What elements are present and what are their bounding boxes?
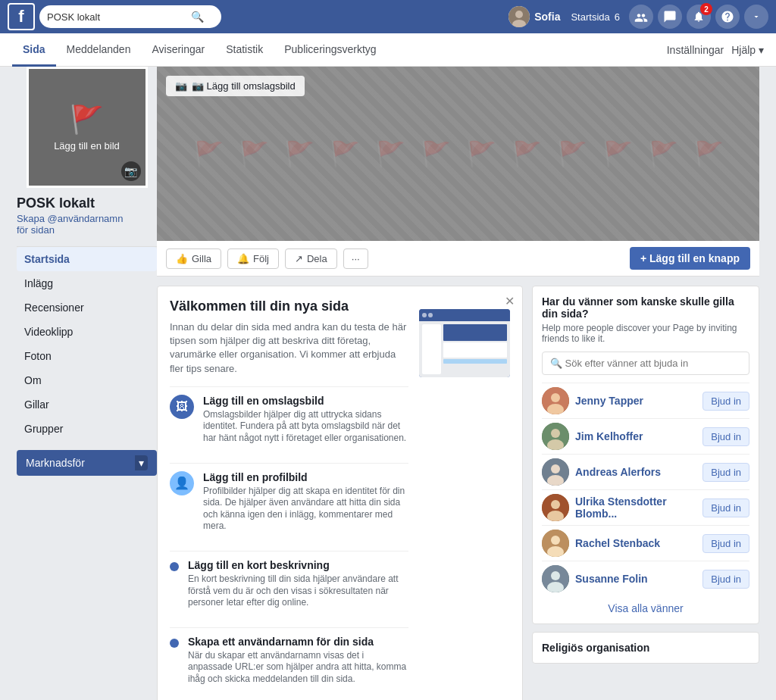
close-welcome-button[interactable]: ✕	[505, 294, 515, 308]
share-label: Dela	[307, 253, 327, 264]
friend-avatar-jim	[542, 423, 569, 450]
sidebar: 🚩 Lägg till en bild 📷 POSK lokalt Skapa …	[17, 67, 157, 700]
watermark-9: 🚩	[557, 139, 587, 168]
watermark-11: 🚩	[648, 139, 678, 168]
svg-point-19	[551, 571, 560, 580]
tip-profile-title: Lägg till en profilbild	[203, 471, 408, 483]
watermark-5: 🚩	[375, 139, 405, 168]
preview-topbar	[419, 309, 510, 321]
tip-profile-text: Lägg till en profilbild Profilbilder hjä…	[203, 471, 408, 543]
search-button[interactable]: 🔍	[191, 11, 204, 23]
tip-username-title: Skapa ett användarnamn för din sida	[188, 636, 408, 648]
hjalp-button[interactable]: Hjälp ▾	[731, 44, 764, 56]
svg-point-4	[551, 393, 560, 402]
search-bar[interactable]: 🔍	[39, 5, 221, 28]
watermark-12: 🚩	[693, 139, 724, 168]
friend-avatar-rachel	[542, 530, 569, 557]
svg-point-1	[515, 11, 523, 18]
notifications-icon-btn[interactable]: 2	[687, 5, 711, 29]
main-column: Välkommen till din nya sida Innan du del…	[157, 286, 523, 700]
view-all-friends-link[interactable]: Visa alla vänner	[542, 596, 749, 614]
friend-avatar-susanne	[542, 565, 569, 592]
friend-row-jenny: Jenny Tapper Bjud in	[542, 383, 749, 418]
flag-watermark: 🚩	[70, 104, 104, 136]
org-label: Religiös organisation	[542, 642, 749, 654]
tip-cover-description: Omslagsbilder hjälper dig att uttrycka s…	[203, 409, 408, 445]
svg-point-13	[551, 500, 560, 509]
preview-sidebar	[422, 324, 441, 374]
facebook-logo[interactable]: f	[8, 3, 35, 30]
friend-avatar-ulrika	[542, 494, 569, 521]
invite-title: Har du vänner som kanske skulle gilla di…	[542, 295, 749, 320]
friend-row-andreas: Andreas Alerfors Bjud in	[542, 454, 749, 489]
tip-cover-icon: 🖼	[170, 395, 194, 419]
tab-aviseringar[interactable]: Aviseringar	[141, 34, 215, 67]
page-username[interactable]: Skapa @användarnamn för sidan	[17, 213, 157, 243]
right-column: Har du vänner som kanske skulle gilla di…	[532, 286, 759, 700]
invite-button-jenny[interactable]: Bjud in	[702, 392, 749, 411]
tab-publiceringsverktyg[interactable]: Publiceringsverktyg	[274, 34, 386, 67]
watermark-1: 🚩	[193, 139, 224, 168]
invite-button-susanne[interactable]: Bjud in	[702, 570, 749, 589]
tip-cover-text: Lägg till en omslagsbild Omslagsbilder h…	[203, 395, 408, 455]
profile-picture-area[interactable]: 🚩 Lägg till en bild 📷	[27, 67, 148, 188]
messages-icon-btn[interactable]	[658, 5, 682, 29]
sidebar-item-grupper[interactable]: Grupper	[17, 417, 157, 441]
more-options-button[interactable]: ···	[343, 248, 368, 269]
friend-avatar-jenny	[542, 387, 569, 414]
watermark-3: 🚩	[284, 139, 314, 168]
friends-list: Jenny Tapper Bjud in Jim Kelhoffer Bjud …	[542, 383, 749, 596]
friends-icon-btn[interactable]	[629, 5, 653, 29]
tip-username-text: Skapa ett användarnamn för din sida När …	[188, 636, 408, 696]
invite-button-rachel[interactable]: Bjud in	[702, 534, 749, 553]
welcome-card: Välkommen till din nya sida Innan du del…	[157, 286, 523, 700]
watermark-7: 🚩	[466, 139, 496, 168]
content-area: 🚩 🚩 🚩 🚩 🚩 🚩 🚩 🚩 🚩 🚩 🚩 🚩 📷 📷 Lägg till om…	[157, 67, 759, 700]
follow-button[interactable]: 🔔 Följ	[227, 248, 279, 269]
camera-icon-cover: 📷	[175, 80, 187, 92]
sidebar-item-foton[interactable]: Foton	[17, 344, 157, 368]
invite-search-input[interactable]	[542, 352, 749, 375]
friend-name-jenny: Jenny Tapper	[575, 395, 696, 407]
friend-avatar-andreas	[542, 458, 569, 486]
search-input[interactable]	[47, 11, 191, 23]
sidebar-item-startsida[interactable]: Startsida	[17, 247, 157, 271]
invite-button-jim[interactable]: Bjud in	[702, 427, 749, 446]
add-button-cta[interactable]: + Lägg till en knapp	[630, 247, 750, 270]
tab-sida[interactable]: Sida	[12, 34, 56, 67]
watermark-4: 🚩	[330, 139, 360, 168]
share-button[interactable]: ↗ Dela	[285, 248, 337, 269]
like-button[interactable]: 👍 Gilla	[166, 248, 221, 269]
tips-list: 🖼 Lägg till en omslagsbild Omslagsbilder…	[170, 386, 408, 700]
sub-nav-left: Sida Meddelanden Aviseringar Statistik P…	[12, 34, 667, 66]
sidebar-item-inlagg[interactable]: Inlägg	[17, 271, 157, 295]
add-cover-button[interactable]: 📷 📷 Lägg till omslagsbild	[166, 76, 305, 96]
two-column-layout: Välkommen till din nya sida Innan du del…	[157, 277, 759, 700]
installningar-link[interactable]: Inställningar	[667, 44, 724, 56]
preview-dot-2	[428, 313, 433, 317]
tab-meddelanden[interactable]: Meddelanden	[56, 34, 142, 67]
help-icon-btn[interactable]	[715, 5, 740, 29]
invite-button-ulrika[interactable]: Bjud in	[702, 498, 749, 517]
sidebar-item-recensioner[interactable]: Recensioner	[17, 295, 157, 320]
marknadsfor-button[interactable]: Marknadsför ▾	[17, 450, 157, 476]
tip-description-title: Lägg till en kort beskrivning	[188, 559, 408, 571]
invite-button-andreas[interactable]: Bjud in	[702, 463, 749, 482]
tab-statistik[interactable]: Statistik	[215, 34, 274, 67]
friend-row-jim: Jim Kelhoffer Bjud in	[542, 418, 749, 454]
main-container: 🚩 Lägg till en bild 📷 POSK lokalt Skapa …	[17, 67, 759, 700]
chevron-down-icon[interactable]	[744, 5, 768, 29]
tip-profile-icon: 👤	[170, 471, 194, 495]
sidebar-item-videoklipp[interactable]: Videoklipp	[17, 320, 157, 344]
preview-dot-1	[422, 313, 427, 317]
svg-point-7	[551, 429, 560, 438]
watermark-8: 🚩	[512, 139, 542, 168]
tip-description-text: Lägg till en kort beskrivning En kort be…	[188, 559, 408, 620]
svg-point-16	[551, 536, 560, 545]
user-profile[interactable]: Sofia	[508, 6, 560, 27]
nav-right: Sofia Startsida 6 2	[508, 5, 768, 29]
sidebar-item-gillar[interactable]: Gillar	[17, 392, 157, 417]
preview-block-3	[443, 359, 507, 364]
friend-row-susanne: Susanne Folin Bjud in	[542, 561, 749, 596]
sidebar-item-om[interactable]: Om	[17, 368, 157, 392]
